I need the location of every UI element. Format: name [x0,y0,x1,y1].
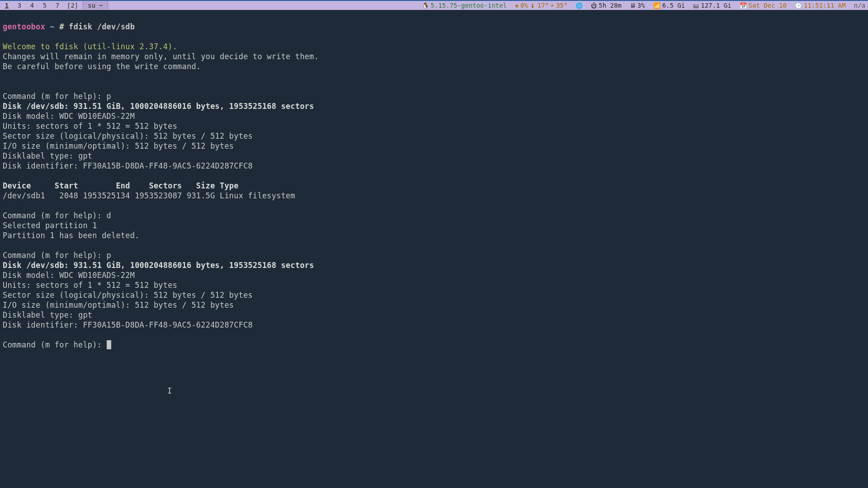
sun-icon: ☀ [551,2,554,9]
workspace-5[interactable]: 5 [40,1,50,9]
extra-indicator: n/a [851,2,868,9]
cursor [107,340,112,349]
partition-table-header: Device Start End Sectors Size Type [3,181,239,190]
workspace-1[interactable]: 1 [2,1,12,9]
clock-icon: 🕒 [795,2,802,9]
welcome-line: Welcome to fdisk (util-linux 2.37.4). [3,42,177,51]
disk-indicator: 🖴 127.1 Gi [690,2,734,9]
disk-sector-1: Sector size (logical/physical): 512 byte… [3,131,253,141]
disk-model-1: Disk model: WDC WD10EADS-22M [3,112,135,121]
deleted-partition: Partition 1 has been deleted. [3,231,140,240]
globe-indicator: 🌐 [573,2,585,9]
workspace-3[interactable]: 3 [14,1,24,9]
workspace-scratch[interactable]: [2] [67,2,78,9]
disk-ident-1: Disk identifier: FF30A15B-D8DA-FF48-9AC5… [3,161,253,170]
kernel-indicator: 🐧 5.15.75-gentoo-intel [419,2,510,9]
cpu-indicator: 🖥 3% [627,2,648,9]
calendar-icon: 📅 [740,2,747,9]
cmd-prompt-4[interactable]: Command (m for help): [3,340,111,349]
kernel-text: 5.15.75-gentoo-intel [431,2,507,9]
power-icon: ⏻ [591,2,597,9]
disk-label-1: Disklabel type: gpt [3,151,92,160]
mem-indicator: 📶 6.5 Gi [651,2,688,9]
prompt-hostname: gentoobox [3,22,45,31]
cmd-prompt-2: Command (m for help): d [3,211,111,220]
thermometer-icon: 🌡 [530,2,536,9]
monitor-icon: 🖥 [630,2,636,9]
workspace-7[interactable]: 7 [52,1,62,9]
date-indicator: 📅 Sat Dec 10 [737,2,789,9]
chip-icon: 📶 [653,2,660,9]
fan-icon: ✾ [515,2,519,9]
prompt-path: ~ [50,22,54,31]
time-indicator: 🕒 11:51:11 AM [792,2,849,9]
disk-icon: 🖴 [693,2,699,9]
disk-model-2: Disk model: WDC WD10EADS-22M [3,271,135,280]
status-bar: 1 3 4 5 7 [2] su ~ 🐧 5.15.75-gentoo-inte… [0,0,868,10]
prompt-command: fdisk /dev/sdb [69,22,135,31]
disk-io-1: I/O size (minimum/optimal): 512 bytes / … [3,141,234,150]
partition-table-row: /dev/sdb1 2048 1953525134 1953523087 931… [3,191,295,200]
window-tab[interactable]: su ~ [83,1,108,9]
linux-icon: 🐧 [422,2,429,9]
cmd-prompt-1: Command (m for help): p [3,92,111,101]
intro-line-2: Be careful before using the write comman… [3,62,201,71]
cmd-prompt-3: Command (m for help): p [3,251,111,260]
disk-sector-2: Sector size (logical/physical): 512 byte… [3,291,253,300]
disk-io-2: I/O size (minimum/optimal): 512 bytes / … [3,300,234,310]
disk-label-2: Disklabel type: gpt [3,310,92,319]
terminal-output[interactable]: gentoobox ~ # fdisk /dev/sdb Welcome to … [0,10,868,352]
globe-icon: 🌐 [576,2,583,9]
disk-ident-2: Disk identifier: FF30A15B-D8DA-FF48-9AC5… [3,320,253,329]
prompt-hash: # [59,22,64,31]
disk-summary-2: Disk /dev/sdb: 931.51 GiB, 1000204886016… [3,261,314,270]
sensors-indicator: ✾0% 🌡17° ☀35° [512,2,570,9]
intro-line-1: Changes will remain in memory only, unti… [3,52,319,61]
workspace-4[interactable]: 4 [27,1,37,9]
disk-units-1: Units: sectors of 1 * 512 = 512 bytes [3,122,177,131]
disk-summary-1: Disk /dev/sdb: 931.51 GiB, 1000204886016… [3,102,314,111]
disk-units-2: Units: sectors of 1 * 512 = 512 bytes [3,281,177,290]
uptime-indicator: ⏻ 5h 28m [588,2,624,9]
selected-partition: Selected partition 1 [3,221,97,230]
mouse-text-cursor: I [167,386,172,395]
